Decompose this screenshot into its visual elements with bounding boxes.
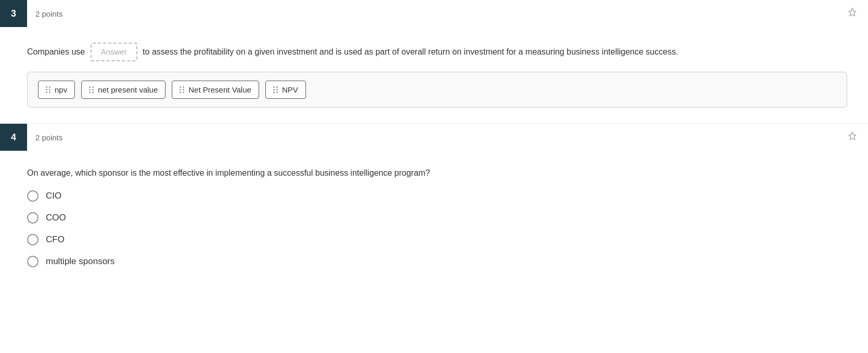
radio-option-coo[interactable]: COO xyxy=(27,212,847,224)
pin-icon-q3[interactable] xyxy=(847,7,858,20)
radio-circle-multiple[interactable] xyxy=(27,256,39,267)
question-text-3: Companies use Answer to assess the profi… xyxy=(27,43,847,61)
drag-option-npv[interactable]: npv xyxy=(38,81,75,99)
question-body-3: Companies use Answer to assess the profi… xyxy=(0,37,847,108)
drag-option-label-3: Net Present Value xyxy=(188,85,251,94)
text-after-answer: to assess the profitability on a given i… xyxy=(143,47,678,56)
drag-option-net-present-value[interactable]: net present value xyxy=(81,81,165,99)
radio-circle-coo[interactable] xyxy=(27,212,39,224)
drag-option-label-4: NPV xyxy=(282,85,298,94)
question-body-4: On average, which sponsor is the most ef… xyxy=(0,161,847,267)
radio-circle-cfo[interactable] xyxy=(27,234,39,245)
page-container: 3 2 points Companies use Answer to asses… xyxy=(0,0,868,353)
radio-options-container: CIO COO CFO multiple sponsors xyxy=(27,190,847,267)
radio-label-multiple: multiple sponsors xyxy=(46,256,114,267)
drag-handle-2 xyxy=(89,86,94,93)
pin-icon-q4[interactable] xyxy=(847,131,858,144)
drag-option-label-2: net present value xyxy=(98,85,158,94)
question-points-3: 2 points xyxy=(35,9,63,18)
question-block-4: 4 2 points On average, which sponsor is … xyxy=(0,124,868,293)
question-header-4: 4 2 points xyxy=(0,124,847,161)
radio-option-cfo[interactable]: CFO xyxy=(27,234,847,245)
drag-handle-1 xyxy=(46,86,50,93)
question-header-3: 3 2 points xyxy=(0,0,847,37)
drag-handle-3 xyxy=(180,86,184,93)
radio-option-multiple-sponsors[interactable]: multiple sponsors xyxy=(27,256,847,267)
drag-options-container: npv net present value xyxy=(27,72,847,108)
radio-option-cio[interactable]: CIO xyxy=(27,190,847,202)
radio-label-cfo: CFO xyxy=(46,234,65,245)
question-number-3: 3 xyxy=(0,0,27,27)
answer-placeholder[interactable]: Answer xyxy=(91,43,137,61)
question-block-3: 3 2 points Companies use Answer to asses… xyxy=(0,0,868,124)
radio-label-coo: COO xyxy=(46,213,66,223)
question-points-4: 2 points xyxy=(35,133,63,142)
radio-circle-cio[interactable] xyxy=(27,190,39,202)
drag-option-NPV[interactable]: NPV xyxy=(265,81,306,99)
question-number-4: 4 xyxy=(0,124,27,151)
drag-option-net-present-value-cap[interactable]: Net Present Value xyxy=(172,81,259,99)
radio-label-cio: CIO xyxy=(46,191,61,201)
question-text-4: On average, which sponsor is the most ef… xyxy=(27,166,847,180)
drag-handle-4 xyxy=(273,86,278,93)
text-before-answer: Companies use xyxy=(27,47,85,56)
drag-option-label-1: npv xyxy=(55,85,67,94)
